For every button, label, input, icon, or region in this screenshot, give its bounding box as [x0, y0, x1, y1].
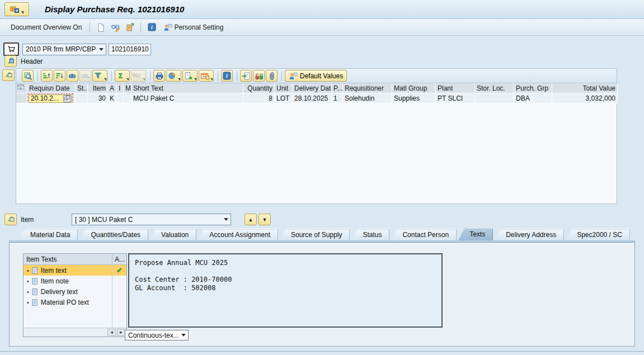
item-select-dropdown[interactable]: [ 30 ] MCU Paket C — [72, 214, 231, 225]
document-overview-button[interactable]: Document Overview On — [7, 22, 86, 33]
views-button[interactable] — [166, 70, 181, 82]
tab-material-data[interactable]: Material Data — [19, 229, 78, 240]
grid-cell[interactable] — [76, 93, 88, 103]
svg-text:i: i — [226, 73, 228, 79]
filter-button[interactable] — [92, 70, 107, 82]
personal-setting-icon — [289, 72, 298, 81]
grid-cell[interactable] — [475, 93, 514, 103]
next-item-button[interactable]: ▼ — [258, 214, 271, 225]
grid-cell[interactable] — [117, 93, 124, 103]
item-text-entry[interactable]: •Material PO text — [23, 297, 126, 307]
grid-cell[interactable]: PT SLCI — [436, 93, 475, 103]
grid-cell[interactable]: LOT — [275, 93, 293, 103]
tab-delivery-address[interactable]: Delivery Address — [495, 229, 564, 240]
column-header[interactable]: St... — [76, 83, 88, 93]
cart-icon[interactable] — [3, 42, 19, 56]
tab-contact-person[interactable]: Contact Person — [391, 229, 457, 240]
tab-status[interactable]: Status — [351, 229, 389, 240]
grid-cell[interactable]: 8 — [243, 93, 275, 103]
other-document-button[interactable] — [123, 21, 137, 34]
attachment-button[interactable] — [266, 70, 278, 82]
text-type-dropdown[interactable]: Continuous-tex... — [125, 330, 189, 340]
export-button[interactable] — [182, 70, 198, 82]
column-header[interactable]: Item — [88, 83, 108, 93]
grid-cell[interactable]: 30 — [88, 93, 108, 103]
new-document-button[interactable] — [94, 21, 107, 34]
print-button[interactable] — [153, 70, 165, 82]
transfer-button[interactable] — [240, 70, 252, 82]
grid-cell[interactable]: MCU Paket C — [131, 93, 243, 103]
item-text-entry[interactable]: •Item text ✔ — [23, 265, 126, 276]
tab-spec2000-sc[interactable]: Spec2000 / SC — [566, 229, 630, 240]
unlock-icon — [255, 72, 264, 81]
default-values-button[interactable]: Default Values — [285, 70, 347, 82]
text-editor[interactable]: Propose Annual MCU 2025 Cost Center : 20… — [128, 253, 443, 328]
column-header[interactable]: Requisn Date — [27, 83, 76, 93]
doc-type-dropdown[interactable]: 2010 PR frm MRP/CBP — [22, 44, 106, 55]
value-help-button[interactable] — [63, 95, 71, 102]
table-settings-button[interactable] — [199, 70, 214, 82]
sum-button[interactable]: Σ — [115, 70, 130, 82]
column-header[interactable]: Plant — [436, 83, 475, 93]
grid-toolbar: Σ%ΣiDefault Values — [16, 69, 617, 83]
grid-cell[interactable]: Solehudin — [343, 93, 392, 103]
collapse-header-button[interactable] — [4, 55, 17, 67]
column-header[interactable]: I — [117, 83, 124, 93]
info-button[interactable]: i — [145, 21, 158, 34]
row-select-cell[interactable] — [16, 93, 27, 103]
display-change-button[interactable] — [109, 21, 122, 34]
item-text-entry[interactable]: •Delivery text — [23, 286, 126, 297]
texts-tab-panel: Item Texts A... •Item text ✔ •Item note … — [9, 240, 635, 347]
doc-number-value: 1021016910 — [111, 45, 149, 53]
tab-source-of-supply[interactable]: Source of Supply — [280, 229, 350, 240]
sap-window: Display Purchase Req. 1021016910 Documen… — [0, 0, 644, 355]
a-column-header: A... — [112, 254, 126, 264]
column-header[interactable]: Purch. Grp — [514, 83, 552, 93]
tab-texts[interactable]: Texts — [458, 228, 493, 240]
tab-account-assignment[interactable]: Account Assignment — [198, 229, 278, 240]
doc-number-field[interactable]: 1021016910 — [109, 44, 151, 55]
requisn-date-field[interactable]: 20.10.2... — [29, 94, 72, 103]
item-text-entry[interactable]: •Item note — [23, 276, 126, 286]
grid-cell[interactable]: DBA — [514, 93, 552, 103]
previous-item-button[interactable]: ▲ — [245, 214, 257, 225]
sort-descending-button[interactable] — [54, 70, 65, 82]
collapse-item-button[interactable] — [4, 214, 17, 225]
personal-setting-button[interactable]: Personal Setting — [159, 21, 227, 34]
scroll-left-button[interactable]: ◄ — [107, 329, 116, 336]
column-header[interactable]: Total Value — [552, 83, 618, 93]
column-header[interactable]: Short Text — [131, 83, 243, 93]
find-button[interactable] — [67, 70, 78, 82]
grid-cell[interactable]: K — [108, 93, 117, 103]
grid-cell[interactable]: 3,032,000 — [552, 93, 618, 103]
column-header[interactable]: Delivery Date — [293, 83, 332, 93]
unlock-button[interactable] — [253, 70, 265, 82]
scroll-right-button[interactable]: ► — [117, 329, 125, 336]
tab-quantities-dates[interactable]: Quantities/Dates — [79, 229, 148, 240]
grid-cell[interactable] — [124, 93, 131, 103]
chevron-down-icon — [126, 78, 129, 81]
column-header[interactable]: Quantity — [243, 83, 275, 93]
sort-ascending-button[interactable] — [41, 70, 53, 82]
info-button[interactable]: i — [221, 70, 233, 82]
chevron-down-icon — [143, 78, 145, 81]
grid-cell[interactable]: Supplies — [392, 93, 436, 103]
toolbar-separator — [150, 71, 151, 81]
details-button[interactable] — [22, 70, 34, 82]
column-header[interactable]: P... — [332, 83, 343, 93]
column-header[interactable]: Matl Group — [392, 83, 436, 93]
column-header[interactable]: Unit — [275, 83, 293, 93]
chevron-down-icon — [104, 78, 106, 81]
select-all-cell[interactable] — [16, 83, 27, 93]
gui-menu-button[interactable] — [4, 2, 29, 16]
tab-valuation[interactable]: Valuation — [150, 229, 196, 240]
grid-cell[interactable]: 1 — [332, 93, 343, 103]
bullet: • — [27, 288, 29, 295]
grid-cell[interactable]: 28.10.2025 — [293, 93, 332, 103]
column-header[interactable]: Ma — [124, 83, 131, 93]
column-header[interactable]: Stor. Loc. — [475, 83, 514, 93]
title-bar: Display Purchase Req. 1021016910 — [0, 0, 644, 19]
column-header[interactable]: A — [108, 83, 117, 93]
column-header[interactable]: Requisitioner — [343, 83, 392, 93]
expand-grid-button[interactable] — [2, 69, 15, 81]
